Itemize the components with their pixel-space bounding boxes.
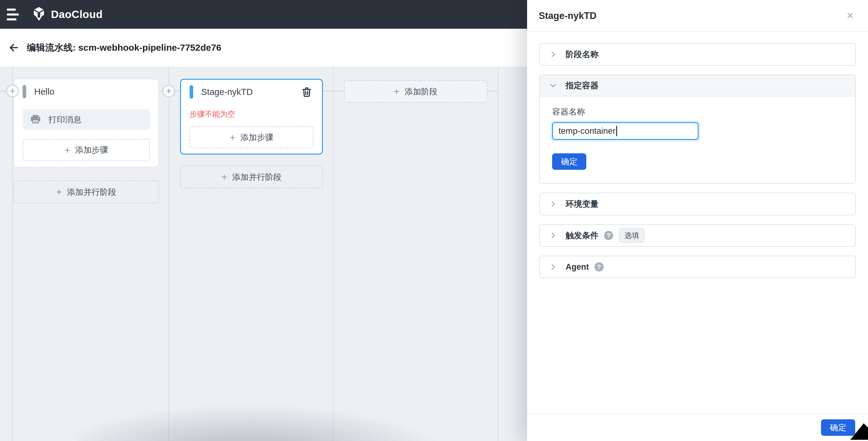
- drawer-confirm-button[interactable]: 确定: [821, 419, 855, 436]
- column-separator: [333, 66, 334, 441]
- plus-icon: +: [221, 172, 227, 182]
- optional-badge: 选填: [619, 229, 644, 242]
- printer-icon: [30, 113, 41, 126]
- plus-icon: +: [64, 145, 70, 155]
- back-button[interactable]: [7, 40, 21, 55]
- stage-connector-line: [323, 91, 344, 91]
- column-separator: [168, 66, 169, 441]
- add-parallel-stage-label: 添加并行阶段: [232, 172, 282, 183]
- add-parallel-stage-button[interactable]: + 添加并行阶段: [13, 180, 159, 203]
- section-env-vars: 环境变量: [539, 193, 856, 215]
- drawer-header: Stage-nykTD ✕: [527, 0, 868, 32]
- container-form: 容器名称 temp-container 确定: [540, 96, 855, 183]
- stage-accent-bar: [189, 85, 193, 99]
- stage-header: Stage-nykTD: [189, 80, 313, 104]
- container-name-value: temp-container: [559, 126, 616, 136]
- insert-stage-between-button[interactable]: +: [162, 85, 175, 97]
- drawer-body: 阶段名称 指定容器 容器名称 temp-container 确定: [527, 32, 868, 278]
- brand: DaoCloud: [32, 7, 102, 22]
- section-agent-header[interactable]: Agent ?: [540, 256, 855, 277]
- container-confirm-button[interactable]: 确定: [552, 153, 586, 170]
- section-label: 阶段名称: [565, 49, 598, 60]
- add-step-label: 添加步骤: [75, 144, 108, 155]
- container-name-input[interactable]: temp-container: [552, 122, 699, 140]
- chevron-down-icon: [549, 82, 557, 89]
- section-label: 触发条件: [565, 230, 598, 241]
- section-trigger-condition: 触发条件 ? 选填: [539, 224, 856, 247]
- arrow-left-icon: [8, 42, 20, 54]
- stage-card-hello[interactable]: Hello 打印消息 + 添加步骤: [13, 79, 159, 167]
- column-separator: [12, 66, 13, 441]
- step-item-print-message[interactable]: 打印消息: [23, 109, 150, 130]
- drawer-title: Stage-nykTD: [539, 10, 596, 21]
- plus-icon: +: [394, 86, 400, 96]
- section-trigger-condition-header[interactable]: 触发条件 ? 选填: [540, 225, 855, 246]
- stage-accent-bar: [23, 85, 26, 98]
- drawer-footer: 确定: [527, 413, 868, 441]
- stage-name: Hello: [34, 87, 150, 97]
- brand-name: DaoCloud: [51, 8, 102, 21]
- plus-icon: +: [166, 86, 172, 96]
- container-name-label: 容器名称: [552, 106, 843, 117]
- chevron-right-icon: [549, 200, 557, 208]
- stage-error-message: 步骤不能为空: [189, 109, 313, 119]
- daocloud-logo-icon: [32, 7, 46, 22]
- help-icon[interactable]: ?: [604, 231, 613, 240]
- add-parallel-stage-label: 添加并行阶段: [67, 186, 116, 198]
- stage-name: Stage-nykTD: [201, 87, 300, 97]
- section-label: 环境变量: [565, 199, 598, 209]
- plus-icon: +: [56, 187, 62, 197]
- section-env-vars-header[interactable]: 环境变量: [540, 193, 855, 215]
- menu-icon[interactable]: [2, 4, 24, 25]
- help-icon[interactable]: ?: [594, 262, 604, 271]
- add-step-button[interactable]: + 添加步骤: [23, 139, 150, 161]
- stage-config-drawer: Stage-nykTD ✕ 阶段名称 指定容器 容器名称 temp-co: [527, 0, 868, 441]
- stage-card-stage-nyktd[interactable]: Stage-nykTD 步骤不能为空 + 添加步骤: [180, 79, 323, 154]
- delete-stage-button[interactable]: [300, 85, 313, 99]
- section-stage-name-header[interactable]: 阶段名称: [540, 44, 855, 65]
- section-agent: Agent ?: [539, 256, 856, 278]
- chevron-right-icon: [549, 50, 557, 58]
- chevron-right-icon: [549, 263, 557, 271]
- close-icon[interactable]: ✕: [846, 11, 854, 21]
- section-stage-name: 阶段名称: [539, 43, 856, 66]
- add-stage-button[interactable]: + 添加阶段: [344, 80, 488, 102]
- insert-stage-before-button[interactable]: +: [6, 85, 19, 97]
- add-parallel-stage-button[interactable]: + 添加并行阶段: [180, 166, 323, 188]
- canvas-bottom-shadow: [76, 401, 458, 441]
- section-label: 指定容器: [565, 80, 598, 91]
- add-stage-label: 添加阶段: [405, 86, 438, 97]
- step-label: 打印消息: [49, 114, 82, 125]
- stage-connector-line: [488, 91, 498, 91]
- page-title: 编辑流水线: scm-webhook-pipeline-7752de76: [27, 41, 221, 54]
- section-container: 指定容器 容器名称 temp-container 确定: [539, 75, 856, 184]
- column-separator: [497, 66, 498, 441]
- chevron-right-icon: [549, 232, 557, 239]
- plus-icon: +: [229, 133, 235, 143]
- section-label: Agent: [565, 262, 589, 272]
- trash-icon: [301, 86, 313, 98]
- add-step-label: 添加步骤: [241, 132, 274, 143]
- plus-icon: +: [10, 86, 15, 96]
- add-step-button[interactable]: + 添加步骤: [189, 126, 313, 148]
- stage-header: Hello: [23, 80, 150, 104]
- section-container-header[interactable]: 指定容器: [540, 75, 855, 96]
- text-caret: [616, 126, 617, 136]
